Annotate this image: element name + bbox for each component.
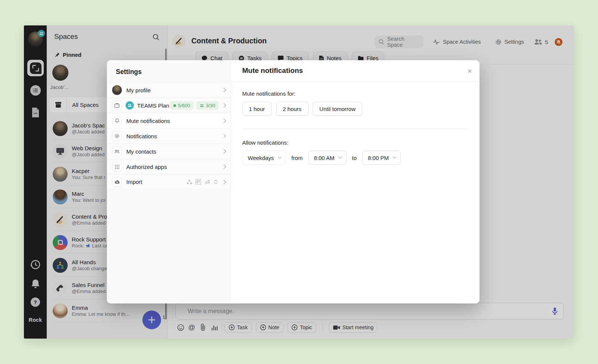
close-icon[interactable]: × <box>468 67 472 75</box>
chevron-down-icon <box>338 155 342 158</box>
bell-outline-icon <box>112 116 122 126</box>
profile-avatar <box>112 85 122 95</box>
mute-1-hour-button[interactable]: 1 hour <box>242 102 272 116</box>
section-divider <box>242 129 468 129</box>
chevron-right-icon <box>222 180 226 184</box>
chevron-down-icon <box>278 155 281 158</box>
settings-modal: Settings My profile TEAMS Plan 5/600 3 <box>107 60 480 303</box>
cloud-import-icon <box>112 177 122 187</box>
people-icon <box>200 104 204 107</box>
contacts-icon <box>112 146 122 156</box>
mute-notifications-panel: Mute notifications × Mute notifications … <box>231 60 480 303</box>
mute-until-tomorrow-button[interactable]: Until tomorrow <box>313 102 363 116</box>
mute-2-hours-button[interactable]: 2 hours <box>276 102 308 116</box>
chevron-right-icon <box>222 103 226 107</box>
allow-notifications-controls: Weekdays from 8:00 AM to 8:00 PM <box>242 151 468 165</box>
nav-item-import[interactable]: Import <box>107 174 231 189</box>
teams-people-icon <box>126 101 134 109</box>
app-window: ? Rock Spaces Pinned Jacob'... All Space… <box>24 25 574 339</box>
allow-notifications-label: Allow notifications: <box>242 139 468 146</box>
nav-item-authorized-apps[interactable]: Authorized apps <box>107 159 231 174</box>
settings-nav: Settings My profile TEAMS Plan 5/600 3 <box>107 60 231 303</box>
nav-item-teams-plan[interactable]: TEAMS Plan 5/600 3/30 <box>107 98 231 113</box>
nav-item-notifications[interactable]: Notifications <box>107 128 231 144</box>
mute-duration-options: 1 hour 2 hours Until tomorrow <box>242 102 468 116</box>
chevron-right-icon <box>222 164 226 169</box>
nav-item-my-contacts[interactable]: My contacts <box>107 144 231 159</box>
chevron-right-icon <box>222 149 226 153</box>
gear-outline-icon <box>112 131 122 141</box>
asana-icon <box>187 179 192 185</box>
nav-item-my-profile[interactable]: My profile <box>107 82 231 98</box>
plan-members-badge: 3/30 <box>196 101 219 110</box>
chevron-down-icon <box>393 155 397 158</box>
nav-item-mute-notifications[interactable]: Mute notifications <box>107 113 231 128</box>
chevron-right-icon <box>222 118 226 123</box>
mute-for-label: Mute notifications for: <box>242 90 468 97</box>
chevron-right-icon <box>222 88 226 92</box>
days-select[interactable]: Weekdays <box>242 151 286 165</box>
to-time-select[interactable]: 8:00 PM <box>362 151 401 165</box>
wallet-icon <box>112 101 122 110</box>
panel-title: Mute notifications <box>242 67 303 75</box>
from-label: from <box>292 155 303 161</box>
from-time-select[interactable]: 8:00 AM <box>308 151 346 165</box>
dot-icon <box>173 104 176 107</box>
migration-arrows-icon <box>204 179 210 185</box>
settings-title: Settings <box>107 60 231 82</box>
sync-chevrons-icon <box>213 179 219 185</box>
chevron-right-icon <box>222 134 226 138</box>
trello-icon <box>195 179 201 185</box>
grid-dots-icon <box>112 162 122 172</box>
plan-usage-badge: 5/600 <box>170 101 194 110</box>
to-label: to <box>352 155 357 161</box>
